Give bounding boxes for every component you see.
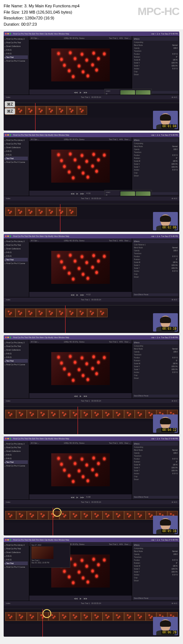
menu-item[interactable]: Help bbox=[66, 33, 69, 35]
sidebar-item[interactable]: Test Trial bbox=[5, 359, 28, 363]
timeline-clip[interactable] bbox=[5, 511, 16, 520]
system-icons[interactable]: ⊙ ⊡ ᯤ ⚙ ⊕ bbox=[151, 134, 160, 136]
menu-item[interactable]: File bbox=[29, 134, 31, 136]
sidebar-item[interactable]: Smart Collections bbox=[5, 550, 28, 554]
window-controls[interactable] bbox=[5, 337, 11, 338]
view-dropdown[interactable]: View ⌄ bbox=[124, 341, 130, 343]
clips-dropdown[interactable]: All Clips ⌄ bbox=[31, 239, 39, 242]
timeline-clip[interactable] bbox=[92, 410, 102, 418]
prev-button[interactable]: ◀◀ bbox=[74, 91, 78, 94]
menu-item[interactable]: Trim bbox=[36, 438, 39, 440]
timeline-clip[interactable] bbox=[27, 612, 38, 621]
timeline-tools[interactable]: ⊞ ⊟ ⊡ bbox=[172, 400, 177, 402]
menu-item[interactable]: File bbox=[29, 336, 31, 339]
menu-item[interactable]: Window bbox=[58, 33, 65, 35]
minimize-icon[interactable] bbox=[7, 33, 9, 34]
zoom-level[interactable]: 44% bbox=[119, 341, 123, 343]
menu-item[interactable]: Clip bbox=[44, 539, 48, 541]
playhead[interactable] bbox=[60, 204, 60, 232]
menu-item[interactable]: Clip bbox=[44, 134, 48, 136]
index-button[interactable]: Index bbox=[6, 602, 10, 604]
maximize-icon[interactable] bbox=[10, 539, 11, 541]
menu-item[interactable]: Clip bbox=[44, 235, 48, 237]
menu-item[interactable]: Window bbox=[58, 235, 65, 237]
maximize-icon[interactable] bbox=[10, 337, 11, 338]
minimize-icon[interactable] bbox=[7, 438, 9, 439]
menu-item[interactable]: Modify bbox=[48, 539, 53, 541]
menu-item[interactable]: Modify bbox=[48, 438, 53, 440]
timeline-clip[interactable] bbox=[113, 410, 124, 418]
sidebar-item[interactable]: Final Cut Pro Trial bbox=[5, 142, 28, 146]
timeline-clip[interactable] bbox=[77, 106, 87, 115]
menu-item[interactable]: Help bbox=[66, 539, 69, 541]
clips-dropdown[interactable]: All Clips ⌄ bbox=[31, 442, 39, 444]
view-dropdown[interactable]: View ⌄ bbox=[124, 442, 130, 444]
minimize-icon[interactable] bbox=[7, 235, 9, 237]
timeline-tools[interactable]: ⊞ ⊟ ⊡ bbox=[172, 299, 177, 301]
sidebar-item[interactable]: 9-8-21 bbox=[5, 250, 28, 254]
timeline-clip[interactable] bbox=[15, 207, 26, 216]
sidebar-item[interactable]: Final Cut Pro Library 2 bbox=[5, 543, 28, 547]
sidebar-item[interactable]: 9-9-21 bbox=[5, 457, 28, 460]
menu-item[interactable]: Modify bbox=[48, 33, 53, 35]
sidebar-item[interactable]: 9-9-21 bbox=[5, 558, 28, 561]
timeline-clip[interactable] bbox=[27, 410, 38, 418]
menu-item[interactable]: View bbox=[54, 33, 58, 35]
zoom-level[interactable]: 44% bbox=[119, 37, 123, 39]
close-icon[interactable] bbox=[5, 235, 7, 237]
window-controls[interactable] bbox=[5, 134, 11, 136]
timeline-clip[interactable] bbox=[36, 207, 46, 216]
timeline-clip[interactable] bbox=[97, 308, 108, 317]
menu-item[interactable]: View bbox=[54, 336, 58, 339]
index-button[interactable]: Index bbox=[6, 501, 10, 503]
menu-item[interactable]: Edit bbox=[32, 235, 35, 237]
view-dropdown[interactable]: View ⌄ bbox=[124, 239, 130, 242]
minimize-icon[interactable] bbox=[7, 134, 9, 136]
timeline-clip[interactable] bbox=[5, 612, 16, 621]
close-icon[interactable] bbox=[5, 438, 7, 439]
menu-item[interactable]: Mark bbox=[40, 539, 44, 541]
menu-item[interactable]: Edit bbox=[32, 438, 35, 440]
timeline-tools[interactable]: ⊞ ⊟ ⊡ bbox=[172, 96, 177, 98]
menu-item[interactable]: Help bbox=[66, 438, 69, 440]
timeline-clip[interactable] bbox=[67, 308, 77, 317]
timeline-clip[interactable] bbox=[38, 410, 49, 418]
menu-item[interactable]: Window bbox=[58, 438, 65, 440]
menu-item[interactable]: Modify bbox=[48, 134, 53, 136]
sidebar-item[interactable]: Test Trial bbox=[5, 258, 28, 261]
play-button[interactable]: ▶ bbox=[80, 395, 82, 397]
viewer-main[interactable] bbox=[29, 142, 132, 191]
next-button[interactable]: ▶▶ bbox=[81, 192, 84, 195]
timeline-clip[interactable] bbox=[92, 511, 102, 520]
menu-item[interactable]: Window bbox=[58, 134, 65, 136]
viewer-main[interactable] bbox=[29, 344, 132, 393]
sidebar-item[interactable]: 9-8-21 bbox=[5, 554, 28, 558]
menu-item[interactable]: Help bbox=[66, 134, 69, 136]
window-controls[interactable] bbox=[5, 438, 11, 439]
menu-item[interactable]: Trim bbox=[36, 235, 39, 237]
next-button[interactable]: ▶▶ bbox=[84, 91, 87, 94]
menu-item[interactable]: Modify bbox=[48, 336, 53, 339]
index-button[interactable]: Index bbox=[6, 299, 10, 301]
sidebar-item[interactable]: Final Cut Pro Library 2 bbox=[5, 138, 28, 142]
menu-item[interactable]: File bbox=[29, 235, 31, 237]
timeline-clip[interactable] bbox=[59, 410, 70, 418]
zoom-level[interactable]: 44% bbox=[119, 442, 123, 444]
menu-item[interactable]: File bbox=[29, 33, 31, 35]
timeline-ruler[interactable] bbox=[4, 605, 179, 609]
menu-item[interactable]: Clip bbox=[44, 33, 48, 35]
sidebar-item[interactable]: Final Cut Pro Trial bbox=[5, 41, 28, 44]
timeline-clip[interactable] bbox=[16, 612, 27, 621]
menu-item[interactable]: Trim bbox=[36, 33, 39, 35]
timeline-clip[interactable] bbox=[102, 511, 113, 520]
menu-item[interactable]: Mark bbox=[40, 33, 44, 35]
sidebar-item[interactable]: Final Cut Pro Trial bbox=[5, 547, 28, 550]
maximize-icon[interactable] bbox=[10, 235, 11, 237]
index-button[interactable]: Index bbox=[6, 96, 10, 98]
play-button[interactable]: ▶ bbox=[80, 91, 82, 94]
timeline-clip[interactable] bbox=[113, 612, 124, 621]
play-button[interactable]: ▶ bbox=[76, 293, 78, 296]
timeline-clip[interactable] bbox=[70, 410, 81, 418]
view-dropdown[interactable]: View ⌄ bbox=[124, 543, 130, 545]
viewer-main[interactable] bbox=[29, 445, 132, 494]
